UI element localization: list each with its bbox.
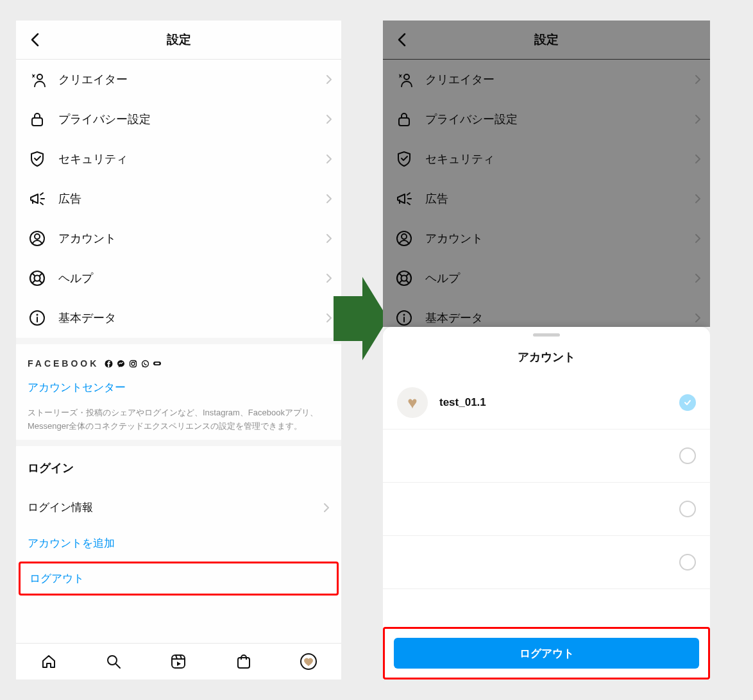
star-person-icon <box>394 70 414 89</box>
account-bottom-sheet: アカウント ♥ test_01.1 <box>383 327 710 679</box>
settings-item-label: アカウント <box>58 231 326 246</box>
login-info-row[interactable]: ログイン情報 <box>28 492 330 523</box>
account-row[interactable] <box>383 536 710 589</box>
instagram-icon <box>128 359 137 368</box>
account-list: ♥ test_01.1 <box>383 376 710 627</box>
left-phone-screen: 設定 クリエイター プライバシー設定 <box>16 21 341 679</box>
settings-item-help[interactable]: ヘルプ <box>16 258 341 298</box>
help-icon <box>394 269 414 288</box>
svg-marker-29 <box>177 662 181 666</box>
right-phone-screen: 設定 クリエイター プライバシー設定 セキュリティ 広告 アカウント ヘルプ 基… <box>383 21 710 679</box>
tab-search[interactable] <box>105 653 123 671</box>
svg-point-8 <box>35 276 40 281</box>
shield-icon <box>28 149 47 169</box>
account-name: test_01.1 <box>439 396 679 409</box>
settings-item-creator[interactable]: クリエイター <box>16 60 341 99</box>
settings-item-security[interactable]: セキュリティ <box>16 139 341 179</box>
settings-item-account[interactable]: アカウント <box>16 219 341 258</box>
messenger-icon <box>116 359 125 368</box>
svg-line-35 <box>407 193 410 195</box>
chevron-right-icon <box>695 194 701 204</box>
chevron-right-icon <box>695 154 701 164</box>
svg-point-47 <box>403 314 405 316</box>
tab-shop[interactable] <box>235 653 253 671</box>
chevron-right-icon <box>326 154 332 164</box>
settings-item-privacy[interactable]: プライバシー設定 <box>16 99 341 139</box>
logout-link[interactable]: ログアウト <box>30 571 328 586</box>
megaphone-icon <box>28 189 47 208</box>
account-row[interactable]: ♥ test_01.1 <box>383 376 710 429</box>
facebook-icon <box>104 359 113 368</box>
settings-item-account[interactable]: アカウント <box>383 219 710 258</box>
settings-item-label: アカウント <box>425 231 695 246</box>
add-account-link[interactable]: アカウントを追加 <box>28 528 330 559</box>
svg-line-12 <box>40 281 43 284</box>
chevron-right-icon <box>695 74 701 85</box>
arrow-connector-icon <box>334 277 388 360</box>
settings-item-creator[interactable]: クリエイター <box>383 60 710 99</box>
chevron-left-icon <box>30 33 39 47</box>
back-button[interactable] <box>391 29 412 51</box>
logout-button[interactable]: ログアウト <box>394 638 699 669</box>
home-icon <box>40 653 57 670</box>
settings-item-security[interactable]: セキュリティ <box>383 139 710 179</box>
settings-item-label: クリエイター <box>58 72 326 87</box>
svg-line-2 <box>40 193 43 195</box>
tab-profile[interactable] <box>300 653 317 671</box>
svg-point-0 <box>37 74 42 79</box>
svg-rect-1 <box>32 118 42 126</box>
search-icon <box>105 653 122 670</box>
page-title: 設定 <box>16 31 341 48</box>
chevron-right-icon <box>326 233 332 244</box>
tab-home[interactable] <box>40 653 58 671</box>
settings-item-label: セキュリティ <box>425 151 695 167</box>
svg-point-19 <box>135 361 136 362</box>
chevron-right-icon <box>323 503 330 513</box>
svg-line-44 <box>399 281 402 284</box>
checkbox-empty[interactable] <box>679 554 696 571</box>
settings-item-ads[interactable]: 広告 <box>383 179 710 219</box>
svg-line-42 <box>399 273 402 276</box>
account-center-link[interactable]: アカウントセンター <box>28 380 330 395</box>
sheet-grabber[interactable] <box>533 333 560 337</box>
settings-item-label: セキュリティ <box>58 151 326 167</box>
svg-point-33 <box>404 74 409 79</box>
checkbox-empty[interactable] <box>679 501 696 517</box>
whatsapp-icon <box>140 359 149 368</box>
account-row[interactable] <box>383 483 710 536</box>
checkbox-empty[interactable] <box>679 447 696 464</box>
tab-bar <box>16 643 341 679</box>
settings-item-help[interactable]: ヘルプ <box>383 258 710 298</box>
checkmark-selected-icon[interactable] <box>679 394 696 411</box>
facebook-app-icons <box>104 359 162 368</box>
login-section-title: ログイン <box>28 460 330 476</box>
header-bar: 設定 <box>16 21 341 60</box>
settings-item-label: ヘルプ <box>58 271 326 286</box>
svg-line-45 <box>407 281 410 284</box>
svg-rect-22 <box>155 363 160 364</box>
settings-item-label: プライバシー設定 <box>425 112 695 127</box>
header-bar: 設定 <box>383 21 710 60</box>
login-section: ログイン ログイン情報 アカウントを追加 ログアウト <box>16 440 341 596</box>
settings-item-info[interactable]: 基本データ <box>16 298 341 338</box>
highlight-box-logout: ログアウト <box>19 562 339 596</box>
back-button[interactable] <box>24 29 46 51</box>
settings-item-ads[interactable]: 広告 <box>16 179 341 219</box>
highlight-box-logout-button: ログアウト <box>383 627 710 679</box>
svg-line-37 <box>407 203 410 204</box>
account-row[interactable] <box>383 429 710 483</box>
profile-avatar-icon <box>300 653 317 671</box>
settings-item-label: プライバシー設定 <box>58 112 326 127</box>
tab-reels[interactable] <box>169 653 187 671</box>
info-icon <box>394 308 414 328</box>
svg-rect-30 <box>238 658 250 668</box>
chevron-right-icon <box>695 273 701 283</box>
settings-item-label: 広告 <box>58 191 326 206</box>
star-person-icon <box>28 70 47 89</box>
settings-item-privacy[interactable]: プライバシー設定 <box>383 99 710 139</box>
chevron-right-icon <box>695 114 701 124</box>
svg-line-43 <box>407 273 410 276</box>
facebook-label: FACEBOOK <box>28 358 99 369</box>
chevron-right-icon <box>695 233 701 244</box>
svg-line-24 <box>116 664 120 668</box>
